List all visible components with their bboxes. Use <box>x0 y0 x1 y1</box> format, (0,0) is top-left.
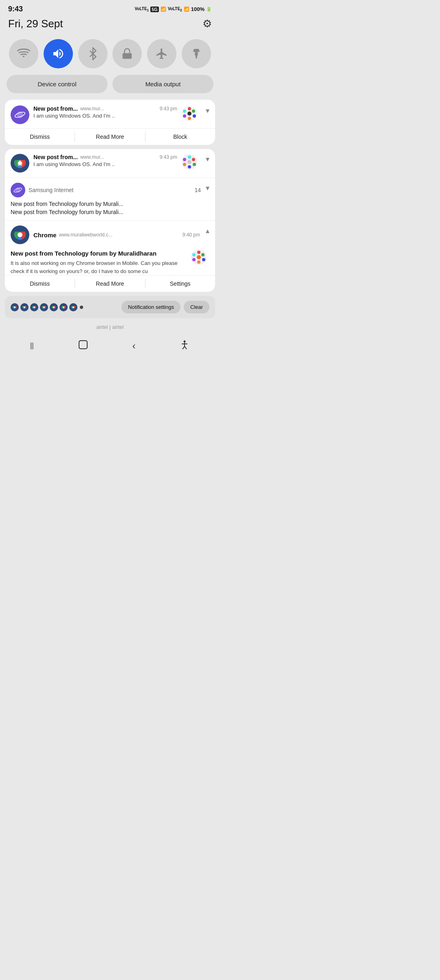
back-icon[interactable]: ‹ <box>132 340 136 352</box>
date-row: Fri, 29 Sept ⚙ <box>0 16 220 36</box>
samsung-app-name: Samsung Internet <box>29 187 74 193</box>
nav-bar: ⫴ ‹ <box>0 333 220 361</box>
recent-apps-icon[interactable]: ⫴ <box>30 340 34 352</box>
svg-point-44 <box>43 306 45 308</box>
chrome-dismiss[interactable]: Dismiss <box>5 276 75 292</box>
volte1-indicator: VoLTE1 <box>134 7 149 12</box>
svg-point-19 <box>192 158 195 161</box>
notif-2-url: www.mur... <box>80 154 104 160</box>
chrome-notif-title: New post from Technology forum by Murali… <box>11 250 187 257</box>
svg-point-10 <box>183 114 186 118</box>
svg-point-38 <box>14 306 15 308</box>
svg-rect-2 <box>195 52 198 55</box>
svg-point-35 <box>192 253 196 256</box>
settings-icon[interactable]: ⚙ <box>202 18 212 30</box>
samsung-expand[interactable]: ▾ <box>206 183 209 192</box>
media-output-button[interactable]: Media output <box>112 75 213 93</box>
signal2-icon: 📶 <box>184 7 189 12</box>
svg-point-30 <box>197 251 200 254</box>
battery-icon: 🔋 <box>206 7 212 12</box>
status-time: 9:43 <box>8 5 23 13</box>
svg-point-50 <box>73 306 74 308</box>
notif-1-expand[interactable]: ▾ <box>206 105 209 115</box>
wifi-toggle[interactable] <box>9 39 38 68</box>
chrome-header: Chrome www.muraliwebworld.c... 9:40 pm ▴ <box>11 225 209 244</box>
svg-point-16 <box>18 161 22 165</box>
chrome-settings[interactable]: Settings <box>145 276 215 292</box>
notif-1-thumb <box>181 105 200 124</box>
svg-point-20 <box>193 163 196 166</box>
notif-2-header: New post from... www.mur... 9:43 pm I am… <box>11 154 209 173</box>
chrome-time: 9:40 pm <box>183 232 200 238</box>
status-icons: VoLTE1 5G 📶 VoLTE2 📶 100% 🔋 <box>134 6 212 12</box>
notif-2-appname: New post from... <box>33 154 78 160</box>
samsung-icon <box>11 183 25 197</box>
volte2-indicator: VoLTE2 <box>168 7 182 12</box>
svg-point-24 <box>187 160 191 164</box>
bluetooth-toggle[interactable] <box>78 39 108 68</box>
svg-point-18 <box>188 155 191 159</box>
notification-1: New post from... www.mur... 9:43 pm I am… <box>5 100 215 145</box>
svg-point-28 <box>18 232 22 237</box>
chrome-app-name: Chrome <box>33 232 57 238</box>
svg-point-33 <box>197 260 200 264</box>
notif-1-dismiss[interactable]: Dismiss <box>5 129 75 145</box>
svg-rect-1 <box>123 53 132 59</box>
mini-chrome-3 <box>30 303 38 311</box>
battery-text: 100% <box>191 6 205 12</box>
notif-2-expand[interactable]: ▾ <box>206 154 209 164</box>
svg-line-55 <box>183 346 185 349</box>
chrome-actions: Dismiss Read More Settings <box>5 275 215 292</box>
bottom-bar: Notification settings Clear <box>5 296 215 318</box>
svg-point-48 <box>63 306 64 308</box>
chrome-url: www.muraliwebworld.c... <box>59 232 112 238</box>
notif-1-content: New post from... www.mur... 9:43 pm I am… <box>33 105 177 119</box>
notif-2-body: I am using Windows OS. And I'm .. <box>33 161 177 167</box>
chrome-icons-row <box>11 303 83 311</box>
screen-lock-toggle[interactable] <box>112 39 142 68</box>
notif-2-item: New post from... www.mur... 9:43 pm I am… <box>5 149 215 178</box>
svg-point-11 <box>183 109 186 113</box>
samsung-post-1: New post from Technology forum by Murali… <box>11 201 209 207</box>
notif-1-appname: New post from... <box>33 105 78 112</box>
signal1-icon: 📶 <box>161 7 166 12</box>
svg-point-36 <box>197 255 201 259</box>
bottom-actions: Notification settings Clear <box>121 301 209 313</box>
clear-button[interactable]: Clear <box>184 301 209 313</box>
notif-1-block[interactable]: Block <box>145 129 215 145</box>
svg-point-7 <box>192 109 195 113</box>
samsung-group-header: Samsung Internet 14 ▾ <box>11 183 209 197</box>
svg-point-12 <box>187 112 191 116</box>
svg-point-31 <box>201 253 205 256</box>
notif-1-readmore[interactable]: Read More <box>75 129 145 145</box>
airplane-toggle[interactable] <box>147 39 176 68</box>
samsung-count: 14 <box>194 187 201 193</box>
mini-chrome-4 <box>40 303 48 311</box>
svg-point-9 <box>188 117 191 120</box>
chrome-collapse[interactable]: ▴ <box>206 225 209 235</box>
torch-toggle[interactable] <box>182 39 211 68</box>
date-display: Fri, 29 Sept <box>8 18 63 30</box>
mini-chrome-7 <box>69 303 77 311</box>
notif-1-body: I am using Windows OS. And I'm .. <box>33 113 177 119</box>
accessibility-icon[interactable] <box>179 339 190 353</box>
volume-toggle[interactable] <box>44 39 73 68</box>
notif-1-url: www.mur... <box>80 106 104 112</box>
notification-group: New post from... www.mur... 9:43 pm I am… <box>5 149 215 292</box>
notif-1-actions: Dismiss Read More Block <box>5 128 215 145</box>
device-control-button[interactable]: Device control <box>7 75 108 93</box>
svg-point-46 <box>53 306 55 308</box>
chrome-expanded-body: New post from Technology forum by Murali… <box>11 247 209 275</box>
notif-2-time: 9:43 pm <box>160 154 177 160</box>
chrome-notif-body: It is also not working on my Chrome brow… <box>11 259 187 275</box>
chrome-icon <box>11 225 29 244</box>
svg-point-34 <box>192 258 196 261</box>
notif-2-icon <box>11 154 29 173</box>
home-icon[interactable] <box>77 339 89 353</box>
svg-point-22 <box>183 163 186 166</box>
chrome-readmore[interactable]: Read More <box>75 276 145 292</box>
svg-point-42 <box>33 306 35 308</box>
notification-settings-button[interactable]: Notification settings <box>121 301 180 313</box>
status-bar: 9:43 VoLTE1 5G 📶 VoLTE2 📶 100% 🔋 <box>0 0 220 16</box>
mini-chrome-6 <box>59 303 68 311</box>
